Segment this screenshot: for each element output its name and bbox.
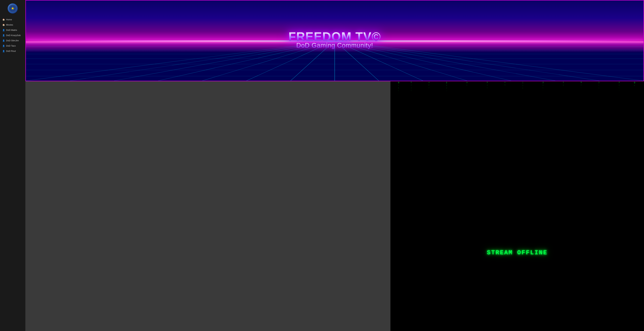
user-icon-matrix: 👤 xyxy=(2,29,5,31)
site-logo: ★ xyxy=(8,4,18,14)
sidebar: ★ 🏠 Home 🏠 Movies 👤 DoD Matrix 👤 DoD Kra… xyxy=(0,0,25,331)
svg-point-0 xyxy=(9,5,16,12)
svg-text:★: ★ xyxy=(11,7,14,10)
banner-title-group: FREEDOM TV© DoD Gaming Community! xyxy=(288,31,381,49)
movies-icon: 🏠 xyxy=(2,24,5,26)
freedom-tv-title: FREEDOM TV© xyxy=(288,31,381,43)
sidebar-item-matrix-label: DoD Matrix xyxy=(6,29,17,31)
svg-point-3 xyxy=(11,7,14,10)
sidebar-item-dod-slimjim[interactable]: 👤 DoD SlimJim xyxy=(0,38,23,43)
stream-offline-label: STREAM OFFLINE xyxy=(487,249,548,256)
main-content: .grid-line { stroke: #00ddff; stroke-wid… xyxy=(25,0,644,331)
user-icon-rout: 👤 xyxy=(2,50,5,52)
sidebar-item-movies[interactable]: 🏠 Movies xyxy=(0,22,23,28)
user-icon-taco: 👤 xyxy=(2,45,5,47)
sidebar-item-home-label: Home xyxy=(6,18,12,21)
sidebar-item-dod-taco[interactable]: 👤 DoD Taco xyxy=(0,43,23,49)
sidebar-item-dod-krazysob[interactable]: 👤 DoD KrazySob xyxy=(0,33,23,38)
hero-banner: .grid-line { stroke: #00ddff; stroke-wid… xyxy=(25,0,644,81)
nav-list: 🏠 Home 🏠 Movies 👤 DoD Matrix 👤 DoD Krazy… xyxy=(0,17,23,54)
sidebar-item-krazysob-label: DoD KrazySob xyxy=(6,34,21,37)
video-panel xyxy=(25,81,390,331)
dod-gaming-subtitle: DoD Gaming Community! xyxy=(288,42,381,49)
sidebar-item-dod-rout[interactable]: 👤 DoD Rout xyxy=(0,49,23,54)
content-row: 9 ﾊ ﾐ ﾋ ｰ ﾓ ﾆ ｺ ﾘ ﾊ ﾃ ﾁ ﾄ xyxy=(25,81,644,331)
sidebar-item-home[interactable]: 🏠 Home xyxy=(0,17,23,22)
sidebar-item-rout-label: DoD Rout xyxy=(6,50,16,52)
sidebar-item-dod-matrix[interactable]: 👤 DoD Matrix xyxy=(0,28,23,33)
user-icon-slimjim: 👤 xyxy=(2,40,5,42)
matrix-background: 9 ﾊ ﾐ ﾋ ｰ ﾓ ﾆ ｺ ﾘ ﾊ ﾃ ﾁ ﾄ xyxy=(390,81,644,331)
stream-panel: 9 ﾊ ﾐ ﾋ ｰ ﾓ ﾆ ｺ ﾘ ﾊ ﾃ ﾁ ﾄ xyxy=(390,81,644,331)
sidebar-item-movies-label: Movies xyxy=(6,24,13,26)
user-icon-krazysob: 👤 xyxy=(2,34,5,37)
sidebar-item-slimjim-label: DoD SlimJim xyxy=(6,39,19,42)
sidebar-item-taco-label: DoD Taco xyxy=(6,45,16,47)
logo-container: ★ xyxy=(0,2,25,17)
home-icon: 🏠 xyxy=(2,19,5,21)
